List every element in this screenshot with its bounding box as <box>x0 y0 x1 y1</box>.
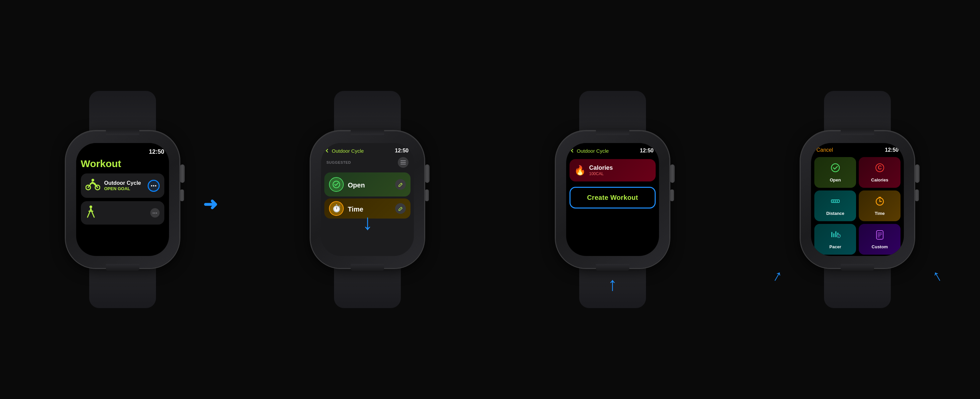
time-goal-icon <box>875 196 885 209</box>
watch-body-2: Outdoor Cycle 12:50 SUGGESTED <box>311 131 424 268</box>
svg-rect-16 <box>831 232 832 237</box>
menu-icon[interactable] <box>398 157 409 168</box>
crown-4[interactable] <box>915 164 920 183</box>
goal-grid: Open C Calories <box>811 156 904 256</box>
walk-icon <box>86 205 96 220</box>
back-chevron-3 <box>571 149 574 152</box>
goal-time[interactable]: Time <box>859 190 900 221</box>
watch-body-3: Outdoor Cycle 12:50 🔥 Calories 100CAL Cr… <box>556 131 669 268</box>
svg-point-8 <box>831 164 839 172</box>
cal-flame-icon: 🔥 <box>574 165 586 176</box>
watch-1: 12:50 Workout <box>66 131 179 268</box>
app-title-1: Workout <box>81 158 164 169</box>
card-left: Outdoor Cycle OPEN GOAL <box>86 177 141 194</box>
band-bottom-1 <box>89 265 156 308</box>
distance-goal-icon <box>830 196 841 209</box>
band-top-4 <box>824 91 891 134</box>
create-workout-button[interactable]: Create Workout <box>570 187 655 209</box>
watch-2: Outdoor Cycle 12:50 SUGGESTED <box>311 131 424 268</box>
open-goal-label: Open <box>830 177 841 182</box>
open-label: Open <box>348 182 365 189</box>
svg-rect-4 <box>401 160 406 161</box>
time-label: Time <box>348 206 363 213</box>
goal-open[interactable]: Open <box>815 157 856 188</box>
dot-2 <box>153 185 154 187</box>
option-time[interactable]: ⏱️ Time <box>325 198 410 219</box>
time-1: 12:50 <box>81 148 164 155</box>
time-edit-btn[interactable] <box>395 203 406 214</box>
svg-text:C: C <box>878 165 882 171</box>
back-label-2: Outdoor Cycle <box>332 148 364 154</box>
dot-3 <box>155 185 156 187</box>
goal-calories[interactable]: C Calories <box>859 157 900 188</box>
watch-4: Cancel 12:50 Open <box>801 131 914 268</box>
nav-time-4: 12:50 <box>885 147 899 153</box>
workout-card-cycle[interactable]: Outdoor Cycle OPEN GOAL <box>81 174 164 198</box>
workout-card-walk[interactable] <box>81 201 164 225</box>
band-bottom-4 <box>824 265 891 308</box>
svg-rect-12 <box>833 201 834 202</box>
nav-time-2: 12:50 <box>395 148 409 154</box>
svg-rect-17 <box>834 233 834 237</box>
time-goal-label: Time <box>875 211 885 216</box>
calories-card: 🔥 Calories 100CAL <box>570 159 655 182</box>
nav-back-2[interactable]: Outdoor Cycle <box>326 148 364 154</box>
svg-rect-14 <box>837 201 838 202</box>
side-btn-3[interactable] <box>670 190 674 201</box>
nav-time-3: 12:50 <box>640 148 654 154</box>
screen-4: Cancel 12:50 Open <box>811 143 904 256</box>
watch-3: Outdoor Cycle 12:50 🔥 Calories 100CAL Cr… <box>556 131 669 268</box>
svg-rect-18 <box>835 231 836 237</box>
arrow-left-bottom-4: ↑ <box>770 266 786 286</box>
goal-custom[interactable]: Custom <box>859 224 900 255</box>
goal-pacer[interactable]: Pacer <box>815 224 856 255</box>
arrow-right-1: ➜ <box>203 194 218 214</box>
workout-name: Outdoor Cycle <box>104 180 141 186</box>
band-bottom-2 <box>334 265 401 308</box>
svg-point-2 <box>92 179 94 182</box>
cal-info: Calories 100CAL <box>589 164 613 176</box>
time-icon-circle: ⏱️ <box>329 201 344 216</box>
calories-label: Calories <box>589 164 613 171</box>
band-top-2 <box>334 91 401 134</box>
side-btn-4[interactable] <box>915 190 919 201</box>
band-top-1 <box>89 91 156 134</box>
workout-info: Outdoor Cycle OPEN GOAL <box>104 180 141 191</box>
back-chevron-2 <box>326 149 330 152</box>
open-goal-icon <box>830 163 841 176</box>
pacer-goal-icon <box>830 229 841 242</box>
cancel-button[interactable]: Cancel <box>816 147 833 153</box>
nav-header-4: Cancel 12:50 <box>811 143 904 156</box>
nav-back-3[interactable]: Outdoor Cycle <box>571 148 609 154</box>
crown-3[interactable] <box>670 164 675 183</box>
screen-3: Outdoor Cycle 12:50 🔥 Calories 100CAL Cr… <box>566 143 659 256</box>
side-btn-1[interactable] <box>180 190 184 201</box>
crown-1[interactable] <box>180 164 185 183</box>
nav-header-2: Outdoor Cycle 12:50 <box>321 143 414 157</box>
svg-rect-13 <box>835 201 836 202</box>
band-top-3 <box>579 91 646 134</box>
watch-body-1: 12:50 Workout <box>66 131 179 268</box>
distance-goal-label: Distance <box>826 211 845 216</box>
back-label-3: Outdoor Cycle <box>577 148 609 154</box>
watch-body-4: Cancel 12:50 Open <box>801 131 914 268</box>
goal-distance[interactable]: Distance <box>815 190 856 221</box>
more-dots <box>151 185 156 187</box>
nav-header-3: Outdoor Cycle 12:50 <box>566 143 659 157</box>
dot-1 <box>151 185 152 187</box>
more-button-cycle[interactable] <box>148 180 160 192</box>
option-open[interactable]: Open <box>325 172 410 196</box>
svg-rect-21 <box>877 231 883 239</box>
calories-value: 100CAL <box>589 171 613 176</box>
workout-goal: OPEN GOAL <box>104 186 141 191</box>
svg-point-3 <box>89 206 92 208</box>
open-edit-btn[interactable] <box>395 179 406 190</box>
crown-2[interactable] <box>425 164 430 183</box>
calories-goal-label: Calories <box>871 177 888 182</box>
cycle-icon <box>86 177 100 194</box>
screen-2: Outdoor Cycle 12:50 SUGGESTED <box>321 143 414 256</box>
arrow-right-bottom-4: ↑ <box>929 266 945 286</box>
more-button-walk[interactable] <box>150 208 160 217</box>
side-btn-2[interactable] <box>425 190 429 201</box>
screen-1: 12:50 Workout <box>76 143 169 256</box>
